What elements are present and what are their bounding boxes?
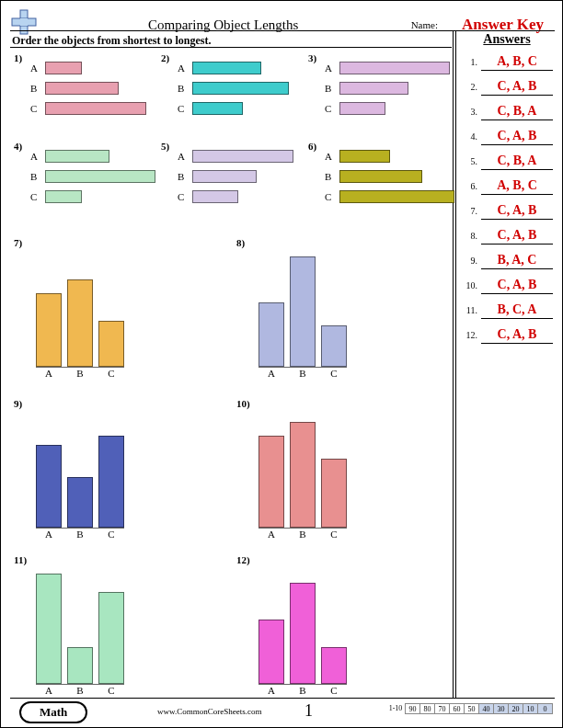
bar-row: C — [325, 100, 450, 117]
bar-label: C — [321, 529, 347, 540]
answer-value: C, B, A — [481, 104, 553, 120]
bar-area — [36, 574, 124, 685]
bar-label: C — [30, 191, 45, 202]
answer-value: C, A, B — [481, 203, 553, 220]
bar-label: A — [325, 63, 339, 74]
bar — [36, 293, 62, 367]
bar-row: A — [178, 60, 289, 76]
bar-row: B — [325, 80, 450, 97]
bar — [98, 321, 124, 367]
name-label: Name: — [411, 19, 438, 30]
score-cell: 10 — [523, 703, 538, 714]
bar-area — [259, 257, 347, 368]
bar — [192, 190, 238, 203]
bar-label: B — [67, 685, 93, 696]
bar — [290, 422, 316, 528]
bar — [321, 459, 347, 528]
svg-rect-2 — [20, 18, 28, 26]
bar — [339, 82, 408, 95]
bar-label: C — [321, 685, 347, 696]
answer-number: 3. — [461, 107, 477, 117]
bar-label: A — [259, 685, 284, 696]
bar — [339, 62, 450, 74]
answer-row: 10.C, A, B — [461, 278, 553, 294]
bar-label: C — [325, 191, 339, 202]
divider — [10, 30, 555, 31]
answer-row: 5.C, B, A — [461, 154, 553, 170]
answer-row: 12.C, A, B — [461, 327, 553, 344]
bar-label: C — [321, 368, 347, 379]
bar-label: A — [325, 151, 339, 162]
answer-number: 8. — [461, 231, 477, 241]
answer-value: B, A, C — [481, 253, 553, 269]
bar — [259, 436, 284, 528]
bar-label: B — [178, 171, 192, 182]
answer-number: 4. — [461, 131, 477, 142]
subject-bubble: Math — [19, 701, 87, 723]
bar — [45, 62, 82, 74]
bar-labels: ABC — [36, 685, 124, 696]
bar-label: A — [178, 63, 192, 74]
question-12: 12)ABC — [240, 556, 347, 696]
bar-label: C — [98, 368, 124, 379]
bar — [98, 436, 124, 528]
score-cell: 60 — [449, 703, 465, 714]
bar-label: B — [67, 368, 93, 379]
bar — [321, 647, 347, 684]
question-7: 7)ABC — [17, 239, 124, 379]
score-label: 1-10 — [385, 703, 406, 714]
answer-value: B, C, A — [481, 302, 553, 319]
bar — [45, 150, 109, 163]
bar-row: B — [30, 80, 146, 97]
answer-row: 9.B, A, C — [461, 253, 553, 269]
bar — [339, 150, 390, 163]
bar-label: A — [259, 529, 284, 540]
bar — [259, 302, 284, 367]
bar — [45, 102, 146, 115]
bar — [67, 647, 93, 684]
bar-row: A — [325, 148, 454, 165]
divider — [453, 31, 454, 699]
bar-labels: ABC — [36, 529, 124, 540]
bar-label: C — [178, 191, 192, 202]
score-cell: 80 — [419, 703, 435, 714]
answer-value: C, A, B — [481, 228, 553, 245]
bar — [192, 82, 289, 95]
bar — [192, 150, 293, 163]
bar — [290, 583, 316, 684]
bar-label: C — [98, 529, 124, 540]
bar-row: C — [30, 188, 155, 205]
bar-label: A — [36, 368, 62, 379]
bar — [290, 256, 316, 367]
answer-row: 1.A, B, C — [461, 54, 553, 71]
answers-header: Answers — [461, 32, 553, 47]
bar-row: B — [178, 168, 293, 185]
answer-number: 5. — [461, 156, 477, 166]
bar-labels: ABC — [259, 368, 347, 379]
bar — [36, 574, 62, 684]
bar-label: C — [325, 103, 339, 114]
question-1: 1)ABC — [17, 54, 146, 120]
bar — [45, 82, 119, 95]
bar — [339, 190, 454, 203]
bar — [36, 445, 62, 528]
questions-area: 1)ABC 2)ABC 3)ABC 4)ABC 5)ABC 6)ABC 7)AB… — [10, 51, 452, 703]
bar-row: B — [30, 168, 155, 185]
score-cell: 30 — [493, 703, 509, 714]
bar-row: A — [30, 148, 155, 165]
answer-key-label: Answer Key — [462, 16, 544, 34]
answers-column: Answers 1.A, B, C2.C, A, B3.C, B, A4.C, … — [461, 32, 553, 352]
bar-label: C — [98, 685, 124, 696]
question-9: 9)ABC — [17, 400, 124, 540]
answer-value: C, A, B — [481, 327, 553, 344]
score-grid: 1-10 9080706050403020100 — [386, 703, 553, 714]
bar-area — [36, 257, 124, 368]
score-cell: 40 — [478, 703, 494, 714]
plus-logo-icon — [10, 8, 38, 36]
answer-value: C, A, B — [481, 79, 553, 96]
bar-area — [259, 418, 347, 529]
answer-row: 8.C, A, B — [461, 228, 553, 245]
bar-labels: ABC — [259, 529, 347, 540]
answer-row: 6.A, B, C — [461, 178, 553, 195]
bar-label: C — [178, 103, 192, 114]
